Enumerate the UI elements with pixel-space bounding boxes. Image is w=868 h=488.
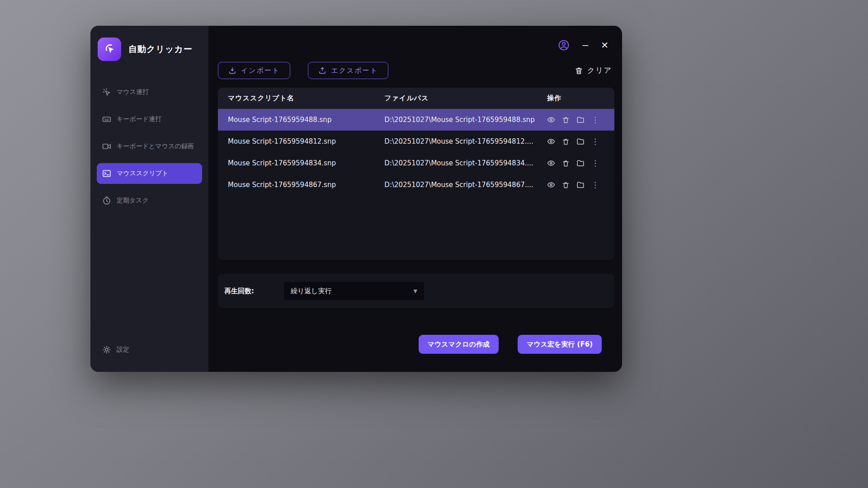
playback-count-label: 再生回数:: [224, 287, 254, 296]
export-button[interactable]: エクスポート: [308, 62, 388, 79]
column-header-name: マウススクリプト名: [218, 94, 384, 103]
row-actions: ⋮: [547, 180, 614, 189]
more-icon[interactable]: ⋮: [591, 137, 599, 146]
sidebar-item-label: 定期タスク: [117, 197, 149, 205]
terminal-icon: [102, 169, 111, 178]
table-row[interactable]: Mouse Script-17659594867.snp D:\20251027…: [218, 174, 614, 196]
download-icon: [228, 66, 236, 75]
export-label: エクスポート: [331, 66, 378, 75]
record-camera-icon: [102, 142, 111, 151]
cursor-click-icon: [103, 42, 116, 56]
folder-icon[interactable]: [576, 181, 585, 189]
table-body: Mouse Script-1765959488.snp D:\20251027\…: [218, 109, 614, 196]
view-icon[interactable]: [547, 116, 555, 124]
row-actions: ⋮: [547, 159, 614, 168]
script-name: Mouse Script-17659594834.snp: [218, 159, 384, 167]
table-row[interactable]: Mouse Script-17659594834.snp D:\20251027…: [218, 152, 614, 174]
sidebar-item-label: キーボードとマウスの録画: [117, 142, 194, 150]
sidebar-item-label: マウススクリプト: [117, 169, 169, 178]
app-window: 自動クリッカー マウス連打 キーボード連打: [90, 26, 622, 372]
more-icon[interactable]: ⋮: [591, 180, 599, 189]
sidebar-item-settings[interactable]: 設定: [97, 339, 202, 360]
script-path: D:\20251027\Mouse Script-17659594834....: [384, 159, 547, 167]
script-path: D:\20251027\Mouse Script-17659594812....: [384, 137, 547, 145]
view-icon[interactable]: [547, 159, 555, 167]
view-icon[interactable]: [547, 181, 555, 189]
mouse-click-icon: [102, 88, 111, 97]
delete-icon[interactable]: [562, 160, 570, 167]
minimize-button[interactable]: −: [581, 41, 589, 50]
titlebar: − ✕: [208, 26, 622, 54]
app-logo-row: 自動クリッカー: [97, 38, 202, 61]
delete-icon[interactable]: [562, 181, 570, 189]
folder-icon[interactable]: [576, 137, 585, 145]
table-row[interactable]: Mouse Script-17659594812.snp D:\20251027…: [218, 131, 614, 152]
repeat-count-value: 繰り返し実行: [291, 287, 332, 296]
column-header-actions: 操作: [547, 94, 614, 103]
script-name: Mouse Script-1765959488.snp: [218, 116, 384, 124]
row-actions: ⋮: [547, 115, 614, 124]
create-macro-button[interactable]: マウスマクロの作成: [419, 335, 499, 354]
sidebar-item-label: キーボード連打: [117, 115, 161, 123]
delete-icon[interactable]: [562, 116, 570, 124]
upload-icon: [318, 66, 326, 75]
sidebar-item-label: マウス連打: [117, 88, 149, 96]
import-button[interactable]: インポート: [218, 62, 290, 79]
script-path: D:\20251027\Mouse Script-1765959488.snp: [384, 116, 547, 124]
clock-icon: [102, 196, 111, 205]
script-table: マウススクリプト名 ファイルパス 操作 Mouse Script-1765959…: [218, 88, 614, 260]
app-logo: [98, 38, 121, 61]
row-actions: ⋮: [547, 137, 614, 146]
gear-icon: [102, 345, 111, 354]
clear-button[interactable]: クリア: [575, 66, 612, 75]
column-header-path: ファイルパス: [384, 94, 547, 103]
table-header: マウススクリプト名 ファイルパス 操作: [218, 88, 614, 109]
table-row[interactable]: Mouse Script-1765959488.snp D:\20251027\…: [218, 109, 614, 131]
delete-icon[interactable]: [562, 138, 570, 145]
sidebar-item-keyboard-clicker[interactable]: キーボード連打: [97, 109, 202, 130]
keyboard-icon: [102, 115, 111, 124]
playback-panel: 再生回数: 繰り返し実行 ▼: [218, 274, 614, 308]
clear-label: クリア: [587, 66, 612, 75]
close-button[interactable]: ✕: [601, 41, 609, 50]
actions-row: マウスマクロの作成 マウス宏を実行 (F6): [208, 335, 622, 372]
script-path: D:\20251027\Mouse Script-17659594867....: [384, 181, 547, 189]
script-name: Mouse Script-17659594867.snp: [218, 181, 384, 189]
app-title: 自動クリッカー: [128, 43, 193, 55]
user-avatar-icon[interactable]: [558, 39, 570, 51]
sidebar-item-mouse-script[interactable]: マウススクリプト: [97, 163, 202, 184]
chevron-down-icon: ▼: [414, 288, 417, 294]
sidebar-menu: マウス連打 キーボード連打 キーボードとマウスの録画: [97, 82, 202, 211]
main-content: − ✕ インポート エクスポート: [208, 26, 622, 372]
import-label: インポート: [241, 66, 280, 75]
sidebar-item-scheduled-task[interactable]: 定期タスク: [97, 190, 202, 211]
trash-icon: [575, 66, 583, 75]
sidebar-item-label: 設定: [117, 346, 129, 354]
folder-icon[interactable]: [576, 159, 585, 167]
folder-icon[interactable]: [576, 116, 585, 124]
more-icon[interactable]: ⋮: [591, 159, 599, 168]
view-icon[interactable]: [547, 137, 555, 145]
more-icon[interactable]: ⋮: [591, 115, 599, 124]
repeat-count-select[interactable]: 繰り返し実行 ▼: [284, 282, 424, 300]
toolbar: インポート エクスポート クリア: [208, 54, 622, 79]
sidebar-item-recording[interactable]: キーボードとマウスの録画: [97, 136, 202, 157]
script-name: Mouse Script-17659594812.snp: [218, 137, 384, 145]
sidebar: 自動クリッカー マウス連打 キーボード連打: [90, 26, 208, 372]
sidebar-item-mouse-clicker[interactable]: マウス連打: [97, 82, 202, 103]
run-macro-button[interactable]: マウス宏を実行 (F6): [518, 335, 602, 354]
